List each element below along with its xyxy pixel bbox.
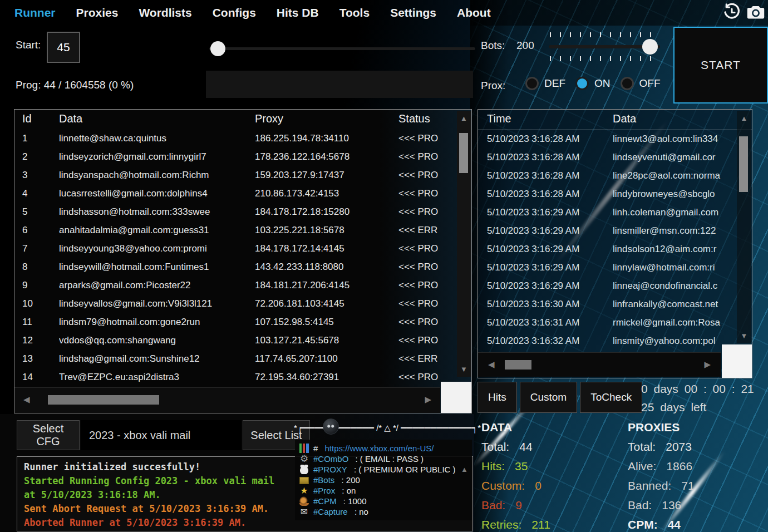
scroll-down-icon[interactable]: ▼ — [457, 365, 471, 373]
start-input[interactable] — [47, 32, 80, 63]
stat-label: Alive: — [628, 460, 656, 479]
scroll-left-icon[interactable]: ◀ — [23, 395, 30, 405]
table-row[interactable]: 5/10/2023 3:16:29 AM lindsolson12@aim.co… — [478, 240, 737, 259]
hits-tab[interactable]: Custom — [520, 382, 577, 413]
stat-row: CPM: 44 — [628, 518, 767, 532]
bots-slider-handle[interactable] — [642, 39, 658, 55]
menu-item[interactable]: About — [457, 6, 491, 19]
scrollbar-thumb[interactable] — [739, 136, 748, 192]
scrollbar-thumb[interactable] — [459, 133, 468, 173]
scroll-left-icon[interactable]: ◀ — [488, 359, 495, 370]
column-header-time[interactable]: Time — [487, 112, 608, 125]
scroll-up-icon[interactable]: ▲ — [457, 114, 471, 122]
column-header-id[interactable]: Id — [22, 112, 53, 125]
menu-item[interactable]: Settings — [390, 6, 436, 19]
start-slider[interactable] — [209, 40, 475, 57]
vertical-scrollbar[interactable]: ▲ ▼ — [737, 111, 751, 343]
vertical-scrollbar[interactable]: ▲ ▼ — [457, 111, 471, 377]
cell-data: line28pc@aol.com:norma — [613, 170, 737, 181]
column-header-data[interactable]: Data — [613, 112, 741, 125]
table-row[interactable]: 11 lindsm79@hotmail.com:gone2run 107.152… — [14, 313, 457, 332]
cell-time: 5/10/2023 3:16:29 AM — [487, 225, 609, 237]
table-row[interactable]: 5/10/2023 3:16:32 AM linsmity@yahoo.com:… — [478, 332, 737, 351]
cell-proxy: 103.225.221.18:5678 — [255, 225, 394, 236]
table-row[interactable]: 5 lindshasson@hotmail.com:333swee 184.17… — [14, 203, 457, 221]
table-row[interactable]: 1 linnette@shaw.ca:quintus 186.225.194.7… — [14, 130, 457, 148]
horizontal-scrollbar[interactable]: ◀ ▶ — [478, 352, 721, 377]
cell-data: lindseyvallos@gmail.com:V9i3l3l121 — [59, 298, 251, 309]
table-row[interactable]: 3 lindsyanspach@hotmail.com:Richm 159.20… — [14, 166, 457, 185]
menu-item[interactable]: Proxies — [76, 6, 119, 19]
table-row[interactable]: 2 lindseyzorich@gmail.com:linnygirl7 178… — [14, 148, 457, 166]
menu-item[interactable]: Runner — [14, 6, 56, 19]
cell-data: linsmiller@msn.com:122 — [613, 225, 737, 237]
start-button[interactable]: START — [673, 27, 768, 104]
hits-tab[interactable]: Hits — [477, 382, 517, 413]
proxy-mode-radio[interactable] — [621, 77, 634, 90]
table-row[interactable]: 9 arparks@gmail.com:Picoster22 184.181.2… — [14, 277, 457, 295]
scroll-up-icon[interactable]: ▲ — [737, 114, 751, 122]
start-slider-handle[interactable] — [210, 41, 225, 56]
cell-data: lindseyyoung38@yahoo.com:promi — [59, 243, 251, 254]
column-header-status[interactable]: Status — [398, 112, 450, 125]
table-row[interactable]: 5/10/2023 3:16:30 AM linfrankally@comcas… — [478, 295, 737, 314]
popup-line-icon — [299, 454, 309, 464]
menu-item[interactable]: Wordlists — [139, 6, 191, 19]
proxy-mode-radio[interactable] — [525, 77, 539, 90]
menu-item[interactable]: Tools — [339, 6, 370, 19]
select-cfg-button[interactable]: Select CFG — [17, 420, 80, 450]
hits-table-header[interactable]: Time Data — [478, 110, 752, 130]
menu-item[interactable]: Configs — [213, 6, 256, 19]
scroll-up-icon[interactable]: ▲ — [461, 465, 468, 474]
table-row[interactable]: 4 lucasrrestelli@gmail.com:dolphins4 210… — [14, 185, 457, 203]
hits-tab[interactable]: ToCheck — [580, 382, 642, 413]
bots-slider[interactable] — [549, 32, 660, 61]
cell-id: 7 — [22, 243, 53, 254]
popup-value: : 200 — [339, 475, 360, 485]
cell-data: linnette@shaw.ca:quintus — [59, 133, 251, 144]
cell-id: 5 — [22, 206, 53, 218]
popup-value: : on — [339, 486, 356, 495]
table-row[interactable]: 13 lindshag@gmail.com:Sunshine12 117.74.… — [14, 350, 457, 368]
table-row[interactable]: 5/10/2023 3:16:28 AM lindseyvenuti@gmail… — [478, 149, 737, 167]
horizontal-scrollbar[interactable]: ◀ ▶ — [14, 387, 440, 413]
table-row[interactable]: 5/10/2023 3:16:28 AM lindybrowneyes@sbcg… — [478, 185, 737, 204]
scroll-right-icon[interactable]: ▶ — [425, 395, 431, 405]
popup-value: : no — [352, 507, 368, 516]
table-row[interactable]: 5/10/2023 3:16:29 AM linh.coleman@gmail.… — [478, 204, 737, 222]
camera-icon[interactable] — [745, 2, 767, 23]
bots-table-header[interactable]: Id Data Proxy Status — [14, 110, 471, 130]
stat-row: Alive: 1866 — [628, 460, 767, 479]
scrollbar-thumb[interactable] — [505, 360, 531, 370]
history-icon[interactable] — [722, 2, 742, 23]
column-header-data[interactable]: Data — [59, 112, 248, 125]
menu-item[interactable]: Hits DB — [277, 6, 319, 19]
cell-status: <<< ERR — [398, 225, 450, 236]
table-row[interactable]: 14 Trev@EZPC.eu:aspi2distra3 72.195.34.6… — [14, 368, 457, 387]
table-row[interactable]: 8 lindseywill@hotmail.com:Funtimes1 143.… — [14, 258, 457, 277]
cell-proxy: 186.225.194.78:34110 — [255, 133, 394, 144]
scroll-down-icon[interactable]: ▼ — [737, 332, 751, 340]
cell-time: 5/10/2023 3:16:32 AM — [487, 336, 609, 347]
proxy-mode-radio[interactable] — [575, 77, 589, 90]
table-row[interactable]: 5/10/2023 3:16:29 AM linsmiller@msn.com:… — [478, 222, 737, 240]
cell-data: lindseywill@hotmail.com:Funtimes1 — [59, 262, 251, 273]
table-row[interactable]: 5/10/2023 3:16:28 AM line28pc@aol.com:no… — [478, 167, 737, 185]
popup-line-icon — [299, 465, 309, 474]
scroll-right-icon[interactable]: ▶ — [704, 359, 711, 370]
table-row[interactable]: 5/10/2023 3:16:28 AM linnewt3@aol.com:li… — [478, 130, 737, 149]
table-row[interactable]: 5/10/2023 3:16:29 AM linnylaw@hotmail.co… — [478, 259, 737, 277]
config-name-box[interactable]: 2023 - xbox vali mail — [81, 420, 242, 450]
column-header-proxy[interactable]: Proxy — [255, 112, 394, 125]
table-row[interactable]: 10 lindseyvallos@gmail.com:V9i3l3l121 72… — [14, 295, 457, 313]
stat-row: Retries: 211 — [481, 518, 621, 532]
cell-data: linnewt3@aol.com:lin334 — [613, 134, 737, 145]
prox-label: Prox: — [481, 80, 505, 92]
cell-data: linsmity@yahoo.com:pol — [613, 336, 737, 347]
table-row[interactable]: 7 lindseyyoung38@yahoo.com:promi 184.178… — [14, 240, 457, 258]
table-row[interactable]: 5/10/2023 3:16:29 AM linneaj@condofinanc… — [478, 277, 737, 295]
scrollbar-thumb[interactable] — [48, 395, 159, 405]
table-row[interactable]: 5/10/2023 3:16:31 AM rmickel@gmail.com:R… — [478, 314, 737, 332]
table-row[interactable]: 12 vddos@qq.com:shangwang 103.127.21.45:… — [14, 332, 457, 350]
table-row[interactable]: 6 anahitadalmia@gmail.com:guess31 103.22… — [14, 221, 457, 240]
